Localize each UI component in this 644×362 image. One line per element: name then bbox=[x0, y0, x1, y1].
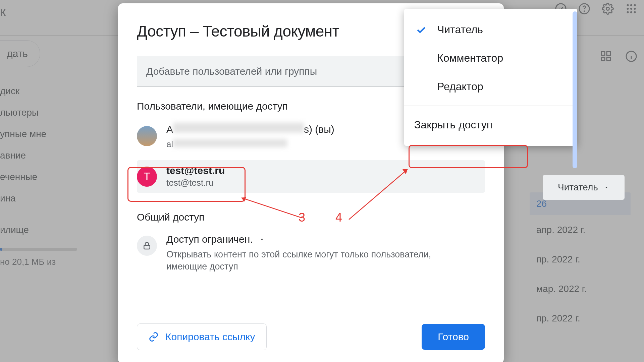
redacted-name bbox=[173, 123, 304, 133]
caret-down-icon bbox=[259, 236, 265, 242]
avatar bbox=[137, 126, 157, 146]
role-option-commenter[interactable]: Комментатор bbox=[404, 44, 577, 72]
general-access-mode-button[interactable]: Доступ ограничен. bbox=[166, 234, 458, 245]
user-name: test@test.ru bbox=[166, 165, 225, 176]
svg-rect-20 bbox=[144, 245, 150, 249]
role-option-reader[interactable]: Читатель bbox=[404, 15, 577, 44]
user-name: As) (вы) bbox=[166, 123, 334, 135]
role-dropdown-menu: Читатель Комментатор Редактор Закрыть до… bbox=[404, 9, 577, 146]
link-icon bbox=[149, 332, 159, 342]
user-email: al bbox=[166, 136, 334, 149]
general-access-heading: Общий доступ bbox=[137, 212, 485, 223]
general-access-description: Открывать контент по этой ссылке могут т… bbox=[166, 248, 458, 273]
lock-icon bbox=[137, 236, 157, 256]
role-dropdown-button[interactable]: Читатель bbox=[543, 175, 625, 200]
check-icon bbox=[414, 24, 428, 36]
redacted-email bbox=[173, 139, 287, 147]
user-row-test[interactable]: T test@test.ru test@test.ru bbox=[137, 160, 485, 193]
role-option-editor[interactable]: Редактор bbox=[404, 72, 577, 101]
caret-down-icon bbox=[603, 184, 609, 190]
general-access-row: Доступ ограничен. Открывать контент по э… bbox=[137, 234, 485, 273]
copy-link-button[interactable]: Копировать ссылку bbox=[137, 323, 267, 350]
done-button[interactable]: Готово bbox=[422, 324, 485, 350]
avatar: T bbox=[137, 167, 157, 187]
add-people-placeholder: Добавьте пользователей или группы bbox=[146, 66, 317, 77]
role-option-remove-access[interactable]: Закрыть доступ bbox=[404, 111, 577, 139]
user-email: test@test.ru bbox=[166, 178, 225, 188]
dropdown-scrollbar[interactable] bbox=[573, 11, 577, 168]
